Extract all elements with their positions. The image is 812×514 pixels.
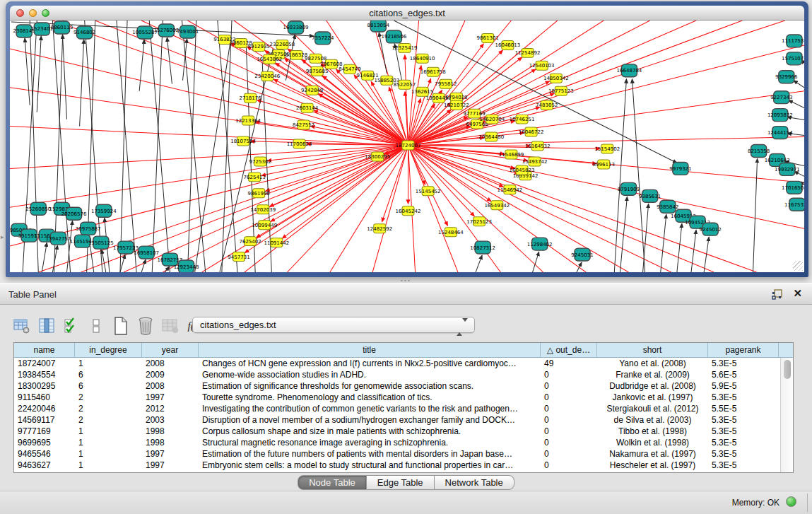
- graph-node-yellow[interactable]: 16046722: [519, 127, 544, 136]
- network-view-window[interactable]: citations_edges.txt 18724007916382288601…: [6, 1, 808, 277]
- graph-node-teal[interactable]: 9146802: [73, 26, 95, 39]
- graph-node-yellow[interactable]: 15248464: [438, 228, 464, 237]
- graph-node-teal[interactable]: 17359924: [91, 204, 117, 217]
- table-row[interactable]: 1938455462009Genome-wide association stu…: [14, 369, 780, 380]
- graph-node-teal[interactable]: 9385842: [657, 200, 678, 213]
- citation-edge-black[interactable]: [661, 214, 666, 272]
- citation-edge-black[interactable]: [789, 100, 804, 108]
- citation-edge-black[interactable]: [620, 197, 627, 272]
- graph-node-yellow[interactable]: 11091442: [264, 238, 289, 247]
- table-row[interactable]: 1872400712008Changes of HCN gene express…: [14, 358, 780, 369]
- graph-node-teal[interactable]: 17016504: [782, 181, 804, 194]
- table-scrollbar-thumb[interactable]: [784, 360, 791, 379]
- column-header-in_degree[interactable]: in_degree: [75, 343, 142, 357]
- citation-edge-black[interactable]: [62, 35, 66, 119]
- citation-edge-black[interactable]: [533, 252, 539, 272]
- graph-node-yellow[interactable]: 8912935: [248, 42, 270, 51]
- graph-node-yellow[interactable]: 16549342: [484, 201, 510, 210]
- graph-node-yellow[interactable]: 17025123: [466, 217, 492, 226]
- graph-node-yellow[interactable]: 12213364: [235, 116, 261, 125]
- graph-node-yellow[interactable]: 18107554: [230, 136, 256, 146]
- table-panel-header[interactable]: Table Panel ✕: [0, 283, 812, 305]
- column-header-pagerank[interactable]: pagerank: [708, 343, 779, 357]
- graph-node-teal[interactable]: 7357224: [312, 32, 334, 45]
- delete-rows-button[interactable]: [136, 316, 155, 336]
- column-header-year[interactable]: year: [142, 343, 199, 357]
- graph-node-yellow[interactable]: 9725302: [249, 157, 271, 166]
- graph-node-teal[interactable]: 9227343: [770, 91, 792, 104]
- citation-edge-black[interactable]: [643, 204, 649, 272]
- citation-edge-red[interactable]: [408, 21, 743, 146]
- table-row[interactable]: 969969511998Structural magnetic resonanc…: [14, 437, 780, 448]
- citation-edge-black[interactable]: [794, 81, 804, 88]
- citation-edge-black[interactable]: [195, 42, 230, 272]
- table-row[interactable]: 2242004622012Investigating the contribut…: [14, 403, 780, 414]
- table-row[interactable]: 911546021997Tourette syndrome. Phenomeno…: [14, 392, 780, 403]
- graph-node-teal[interactable]: 12093832: [767, 109, 793, 122]
- citation-edge-black[interactable]: [614, 79, 626, 272]
- graph-node-yellow[interactable]: 16961758: [420, 67, 446, 76]
- citation-edge-black[interactable]: [222, 21, 232, 272]
- graph-node-teal[interactable]: 11117531: [782, 35, 804, 47]
- column-header-short[interactable]: short: [597, 343, 708, 357]
- citation-edge-black[interactable]: [182, 21, 206, 272]
- citation-edge-black[interactable]: [141, 259, 146, 272]
- graph-node-yellow[interactable]: 15145452: [416, 187, 441, 196]
- window-resize-grip[interactable]: [793, 261, 803, 271]
- graph-node-teal[interactable]: 19218506: [381, 30, 406, 43]
- graph-node-teal[interactable]: 15751074: [782, 52, 804, 65]
- tab-edge-table[interactable]: Edge Table: [367, 475, 435, 490]
- graph-node-yellow[interactable]: 15493742: [522, 157, 548, 166]
- panel-collapse-arrow-icon[interactable]: ▸: [1, 233, 4, 240]
- citation-edge-red[interactable]: [408, 146, 475, 216]
- graph-node-yellow[interactable]: 2718176: [239, 93, 261, 103]
- table-row[interactable]: 1456911722003Disruption of a novel membe…: [14, 414, 780, 426]
- graph-node-yellow[interactable]: 16543862: [257, 54, 282, 64]
- graph-node-teal[interactable]: 1523401: [31, 23, 53, 35]
- citation-edge-black[interactable]: [42, 243, 47, 272]
- graph-node-yellow[interactable]: 11546942: [498, 185, 523, 194]
- graph-node-teal[interactable]: 9245012: [700, 223, 722, 235]
- citation-edge-black[interactable]: [183, 39, 187, 81]
- citation-edge-black[interactable]: [632, 79, 645, 272]
- graph-node-yellow[interactable]: 16046013: [495, 40, 520, 49]
- select-all-button[interactable]: [62, 316, 81, 336]
- citation-edge-red[interactable]: [408, 66, 422, 146]
- table-row[interactable]: 1830029562008Estimation of significance …: [14, 380, 780, 392]
- table-row[interactable]: 946554611997Estimation of the future num…: [14, 448, 780, 460]
- graph-node-teal[interactable]: 8860113: [51, 21, 73, 34]
- graph-node-yellow[interactable]: 9242848: [301, 86, 323, 95]
- graph-node-teal[interactable]: 16033809: [283, 21, 309, 34]
- citation-edge-black[interactable]: [753, 158, 758, 272]
- graph-node-teal[interactable]: 11675312: [784, 198, 804, 211]
- citation-edge-black[interactable]: [139, 40, 144, 91]
- citation-edge-black[interactable]: [677, 223, 682, 272]
- citation-edge-black[interactable]: [577, 262, 582, 272]
- citation-edge-black[interactable]: [476, 255, 482, 272]
- citation-edge-black[interactable]: [25, 38, 30, 105]
- graph-node-yellow[interactable]: 7625413: [243, 173, 265, 182]
- citation-edge-red[interactable]: [10, 146, 408, 169]
- graph-node-yellow[interactable]: 10746251: [510, 115, 535, 124]
- citation-edge-black[interactable]: [80, 40, 84, 127]
- float-panel-icon[interactable]: [772, 289, 782, 300]
- graph-node-yellow[interactable]: 15154902: [594, 144, 620, 153]
- citation-edge-red[interactable]: [141, 21, 408, 146]
- show-columns-button[interactable]: [37, 316, 56, 336]
- graph-node-yellow[interactable]: 14702039: [250, 205, 276, 214]
- new-table-button[interactable]: [112, 316, 130, 336]
- network-graph-canvas[interactable]: 1872400791638228860128891293523226058982…: [10, 21, 804, 272]
- table-mode-button[interactable]: [13, 316, 31, 336]
- citation-edge-red[interactable]: [10, 88, 408, 146]
- graph-node-teal[interactable]: 9385631: [639, 189, 661, 202]
- citation-edge-black[interactable]: [691, 230, 696, 272]
- graph-node-teal[interactable]: 11298402: [527, 238, 553, 250]
- citation-edge-black[interactable]: [37, 36, 41, 112]
- table-row[interactable]: 977716911998Corpus callosum shape and si…: [14, 426, 780, 437]
- delete-table-button[interactable]: [161, 316, 180, 336]
- graph-node-yellow[interactable]: 9457731: [228, 252, 249, 262]
- graph-node-teal[interactable]: 9245031: [571, 248, 593, 261]
- column-header-name[interactable]: name: [14, 343, 75, 357]
- tab-node-table[interactable]: Node Table: [298, 475, 367, 490]
- citation-edge-red[interactable]: [10, 146, 408, 247]
